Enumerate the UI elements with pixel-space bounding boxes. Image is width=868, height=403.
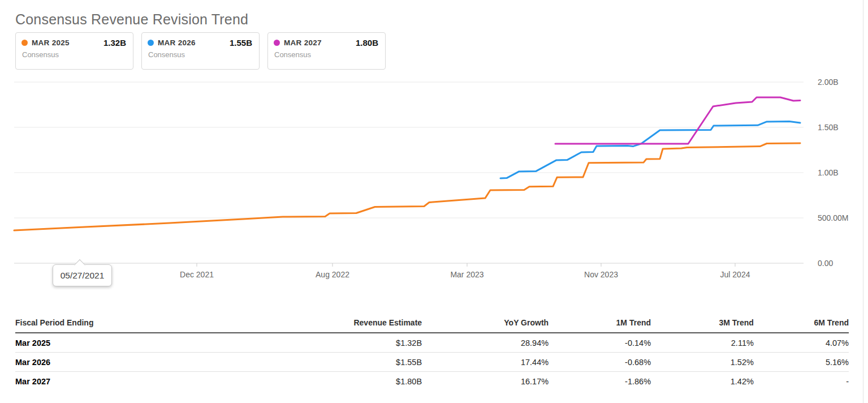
app-root: { "page": { "title": "Consensus Revenue … bbox=[0, 0, 868, 403]
right-pane-divider bbox=[863, 0, 863, 403]
col-header-6m-trend[interactable]: 6M Trend bbox=[754, 318, 849, 333]
series-line-mar-2025-consensus bbox=[14, 143, 800, 230]
x-axis-tick-label: Nov 2023 bbox=[584, 270, 618, 279]
series-dot-icon bbox=[148, 40, 154, 46]
legend-card-mar-2026[interactable]: MAR 2026 1.55B Consensus bbox=[141, 32, 260, 70]
cell-period: Mar 2026 bbox=[15, 353, 326, 372]
cell-1m-trend: -0.68% bbox=[549, 353, 651, 372]
legend-value: 1.80B bbox=[356, 38, 378, 48]
table-row-mar-2025: Mar 2025 $1.32B 28.94% -0.14% 2.11% 4.07… bbox=[15, 333, 849, 353]
legend-value: 1.32B bbox=[103, 38, 126, 48]
legend-card-mar-2025[interactable]: MAR 2025 1.32B Consensus bbox=[15, 32, 133, 70]
x-axis-tick-label: Aug 2022 bbox=[316, 270, 349, 279]
y-axis-tick-label: 500.00M bbox=[818, 213, 848, 222]
cell-1m-trend: -1.86% bbox=[549, 372, 651, 391]
legend-period-label: MAR 2026 bbox=[158, 38, 196, 47]
date-tooltip: 05/27/2021 bbox=[53, 264, 112, 286]
legend-card-mar-2027[interactable]: MAR 2027 1.80B Consensus bbox=[267, 32, 386, 70]
page-title: Consensus Revenue Revision Trend bbox=[15, 11, 248, 28]
legend-sub-label: Consensus bbox=[22, 50, 126, 59]
cell-period: Mar 2027 bbox=[15, 372, 326, 391]
cell-revenue-estimate: $1.80B bbox=[326, 372, 422, 391]
col-header-fiscal-period[interactable]: Fiscal Period Ending bbox=[15, 318, 326, 333]
legend-sub-label: Consensus bbox=[148, 50, 252, 59]
y-axis-tick-label: 2.00B bbox=[818, 79, 839, 87]
table-row-mar-2027: Mar 2027 $1.80B 16.17% -1.86% 1.42% - bbox=[15, 372, 849, 391]
legend-period-label: MAR 2025 bbox=[32, 38, 70, 47]
cell-6m-trend: - bbox=[754, 372, 849, 391]
table-header-row: Fiscal Period Ending Revenue Estimate Yo… bbox=[15, 318, 849, 333]
cell-1m-trend: -0.14% bbox=[549, 333, 651, 353]
series-dot-icon bbox=[21, 40, 28, 46]
cell-3m-trend: 1.52% bbox=[651, 353, 754, 372]
cell-revenue-estimate: $1.55B bbox=[326, 353, 422, 372]
cell-yoy-growth: 16.17% bbox=[422, 372, 549, 391]
col-header-3m-trend[interactable]: 3M Trend bbox=[651, 318, 754, 333]
cell-3m-trend: 2.11% bbox=[651, 333, 754, 353]
cell-revenue-estimate: $1.32B bbox=[326, 333, 422, 353]
table-row-mar-2026: Mar 2026 $1.55B 17.44% -0.68% 1.52% 5.16… bbox=[15, 353, 849, 372]
revision-trend-chart[interactable]: 2.00B1.50B1.00B500.00M0.00Dec 2021Aug 20… bbox=[0, 79, 868, 290]
x-axis-tick-label: Jul 2024 bbox=[720, 270, 750, 279]
series-line-mar-2026-consensus bbox=[500, 121, 800, 178]
x-axis-tick-label: Dec 2021 bbox=[180, 270, 214, 279]
cell-yoy-growth: 17.44% bbox=[422, 353, 549, 372]
cell-3m-trend: 1.42% bbox=[651, 372, 754, 391]
x-axis-tick-label: Mar 2023 bbox=[450, 270, 483, 279]
legend-sub-label: Consensus bbox=[274, 50, 378, 59]
cell-6m-trend: 4.07% bbox=[754, 333, 849, 353]
cell-period: Mar 2025 bbox=[15, 333, 326, 353]
tooltip-date: 05/27/2021 bbox=[61, 271, 105, 281]
col-header-1m-trend[interactable]: 1M Trend bbox=[549, 318, 651, 333]
legend-period-label: MAR 2027 bbox=[284, 38, 322, 47]
y-axis-tick-label: 0.00 bbox=[818, 259, 833, 268]
col-header-revenue-estimate[interactable]: Revenue Estimate bbox=[326, 318, 422, 333]
series-line-mar-2027-consensus bbox=[555, 97, 800, 144]
legend-card-header: MAR 2025 1.32B bbox=[21, 38, 126, 48]
series-dot-icon bbox=[274, 40, 280, 46]
cell-6m-trend: 5.16% bbox=[754, 353, 849, 372]
y-axis-tick-label: 1.00B bbox=[818, 168, 839, 177]
legend-card-header: MAR 2026 1.55B bbox=[148, 38, 252, 48]
legend-row: MAR 2025 1.32B Consensus MAR 2026 1.55B … bbox=[15, 32, 386, 70]
legend-card-header: MAR 2027 1.80B bbox=[274, 38, 378, 48]
cell-yoy-growth: 28.94% bbox=[422, 333, 549, 353]
legend-value: 1.55B bbox=[230, 38, 252, 48]
estimates-table: Fiscal Period Ending Revenue Estimate Yo… bbox=[15, 318, 849, 391]
col-header-yoy-growth[interactable]: YoY Growth bbox=[422, 318, 549, 333]
y-axis-tick-label: 1.50B bbox=[818, 123, 839, 132]
